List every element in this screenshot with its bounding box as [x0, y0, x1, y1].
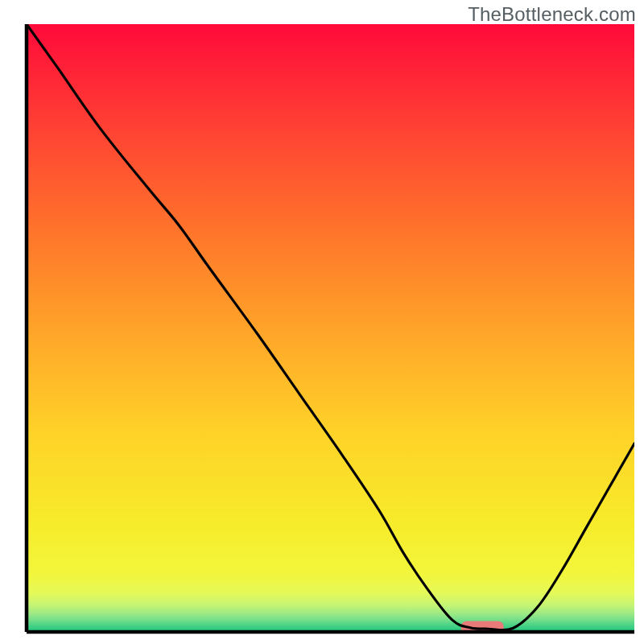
chart-container: TheBottleneck.com — [0, 0, 644, 644]
bottleneck-chart — [0, 0, 644, 644]
plot-background — [27, 24, 634, 632]
